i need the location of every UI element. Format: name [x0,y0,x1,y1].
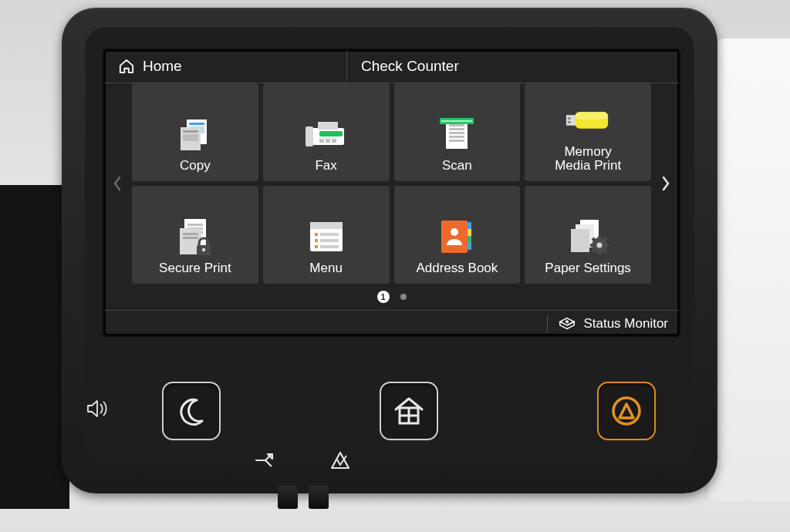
background-housing [705,39,790,501]
scan-icon [434,116,480,153]
svg-rect-12 [332,139,336,143]
svg-rect-23 [568,121,571,123]
svg-rect-15 [449,128,464,130]
control-panel: Home Check Counter [62,8,717,493]
tile-label: Fax [315,159,336,173]
svg-rect-14 [449,124,464,126]
svg-line-59 [604,250,606,252]
page-dot-active[interactable]: 1 [377,291,390,303]
error-indicator-icon [330,451,350,470]
svg-rect-47 [441,221,468,253]
svg-rect-40 [320,239,339,242]
tile-copy[interactable]: Copy [132,83,258,181]
svg-line-58 [592,238,595,241]
svg-rect-42 [320,245,339,248]
svg-rect-18 [449,140,464,142]
tile-label: Address Book [416,261,498,276]
secure-print-icon [172,218,218,255]
topbar-home[interactable]: Home [104,50,347,82]
content-area: Copy [104,83,679,284]
tile-menu[interactable]: Menu [263,186,390,284]
tile-address-book[interactable]: Address Book [394,186,521,284]
background-dark [0,185,69,509]
tile-scan[interactable]: Scan [394,83,521,181]
app-grid: Copy [130,79,653,288]
svg-point-66 [613,398,640,424]
status-bar: Status Monitor [104,310,679,335]
speaker-icon [86,399,110,419]
svg-rect-22 [568,117,571,120]
tile-label: Secure Print [159,261,231,276]
fax-icon [303,116,349,153]
paper-settings-icon [565,218,611,255]
svg-rect-39 [315,239,318,242]
svg-rect-37 [315,233,318,236]
topbar-home-label: Home [143,58,182,75]
svg-point-48 [451,228,458,236]
page-dot[interactable] [400,294,407,300]
svg-rect-4 [183,130,198,133]
svg-rect-10 [319,139,324,143]
tile-secure-print[interactable]: Secure Print [132,186,258,284]
tile-label: Menu [309,261,343,276]
indicator-row [255,451,350,470]
svg-rect-25 [576,112,609,120]
touchscreen: Home Check Counter [104,50,679,335]
scene: Home Check Counter [0,0,790,532]
tile-memory-media-print[interactable]: Memory Media Print [525,83,651,181]
home-icon [118,59,135,74]
svg-point-53 [597,243,603,248]
svg-rect-1 [189,123,204,125]
svg-rect-38 [320,233,339,236]
svg-line-60 [592,250,595,252]
copy-icon [172,116,218,153]
svg-rect-9 [319,131,343,136]
svg-rect-8 [318,122,338,130]
panel-foot [309,486,329,509]
svg-rect-5 [183,134,198,141]
svg-rect-20 [441,120,472,122]
status-divider [547,315,548,332]
svg-rect-32 [183,237,198,239]
topbar-counter[interactable]: Check Counter [347,50,473,82]
sleep-button[interactable] [162,382,221,440]
svg-line-61 [604,238,606,241]
svg-rect-21 [566,115,577,126]
svg-point-62 [565,320,569,323]
status-monitor-icon [559,317,576,331]
tile-label: Copy [180,159,211,173]
home-button[interactable] [380,382,438,440]
home-hw-icon [393,396,425,426]
tile-label: Scan [442,159,472,173]
stop-icon [610,395,643,427]
svg-rect-51 [571,229,589,252]
data-indicator-icon [255,451,276,470]
moon-icon [176,396,207,426]
usb-icon [565,102,611,139]
panel-foot [278,486,298,509]
status-monitor-label: Status Monitor [583,316,668,332]
tile-label: Paper Settings [545,261,631,276]
topbar-counter-label: Check Counter [361,58,459,75]
svg-rect-27 [187,224,203,226]
tile-label: Memory Media Print [555,145,621,173]
tile-paper-settings[interactable]: Paper Settings [525,186,651,284]
address-book-icon [434,218,480,255]
svg-rect-11 [326,139,330,143]
svg-rect-31 [183,233,198,235]
svg-rect-17 [449,136,464,138]
tile-fax[interactable]: Fax [263,83,390,181]
page-current: 1 [380,292,385,301]
stop-button[interactable] [597,382,656,440]
svg-rect-36 [310,222,343,229]
next-page-arrow[interactable] [653,83,679,284]
svg-rect-41 [315,245,318,248]
svg-point-34 [202,248,206,252]
menu-icon [303,218,349,255]
svg-rect-7 [306,126,313,146]
svg-rect-16 [449,132,464,134]
prev-page-arrow[interactable] [104,83,130,284]
hardware-row [62,374,717,447]
